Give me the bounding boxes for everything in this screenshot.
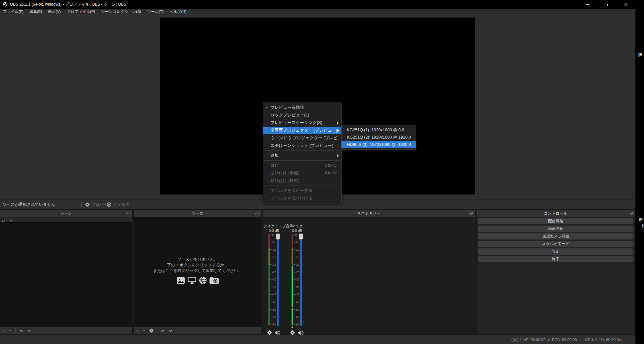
menu-item-window-projector[interactable]: ウィンドウ プロジェクター (プレビュー) bbox=[263, 134, 341, 142]
menu-tools[interactable]: ツール(T) bbox=[144, 9, 166, 14]
submenu-item-monitor-2[interactable]: KG251Q (2): 1920x1080 @ 1920,0 bbox=[342, 134, 416, 141]
source-move-up-button[interactable] bbox=[161, 329, 165, 333]
volume-meter: 0-5-10-15-20-25-30-35-40-45-50-55-60 bbox=[263, 234, 285, 330]
menu-item-screenshot[interactable]: スクリーンショット (プレビュー) bbox=[263, 142, 341, 150]
no-source-selected-text: ソースが選択されていません bbox=[3, 200, 55, 209]
submenu-item-monitor-3[interactable]: HD60 S (3): 1920x1080 @ -1920,0 bbox=[342, 141, 416, 148]
menu-edit[interactable]: 編集(E) bbox=[26, 9, 45, 14]
menubar: ファイル(F) 編集(E) 表示(V) プロファイル(P) シーンコレクション(… bbox=[0, 9, 635, 14]
scene-move-up-button[interactable] bbox=[19, 329, 23, 333]
window-title: OBS 26.1.1 (64-bit, windows) - プロファイル: O… bbox=[10, 0, 126, 9]
menu-item-fullscreen-projector[interactable]: 全画面プロジェクター (プレビュー) bbox=[263, 127, 341, 134]
menu-help[interactable]: ヘルプ(H) bbox=[166, 9, 189, 14]
volume-fader-track[interactable] bbox=[300, 234, 302, 326]
start-streaming-button[interactable]: 配信開始 bbox=[478, 218, 633, 224]
sources-panel-header[interactable]: ソース bbox=[134, 210, 261, 217]
mixer-channel-mic: マイク 0.0 dB 0-5-10-15-20-25-30-35-40-45-5… bbox=[287, 224, 308, 338]
menu-item-paste-duplicate[interactable]: 貼り付け (複製) bbox=[263, 177, 341, 185]
menu-item-lock-preview[interactable]: ロックプレビュー(L) bbox=[263, 111, 341, 119]
mixer-title: 音声ミキサー bbox=[357, 211, 381, 215]
toolbar-separator bbox=[15, 328, 16, 333]
add-scene-button[interactable]: + bbox=[3, 328, 6, 333]
menu-item-copy[interactable]: コピー Ctrl+C bbox=[263, 162, 341, 169]
empty-line-3: またはここを右クリックして追加してください。 bbox=[134, 268, 261, 274]
add-source-button[interactable]: + bbox=[136, 328, 139, 333]
remove-scene-button[interactable]: − bbox=[9, 328, 12, 333]
minimize-button[interactable] bbox=[578, 0, 597, 9]
scenes-panel-header[interactable]: シーン bbox=[0, 210, 132, 217]
menu-item-preview-scaling[interactable]: プレビュースケーリング(S) bbox=[263, 119, 341, 127]
menu-item-add[interactable]: 追加 bbox=[263, 152, 341, 159]
start-virtual-camera-button[interactable]: 仮想カメラ開始 bbox=[478, 233, 633, 239]
menu-view[interactable]: 表示(V) bbox=[45, 9, 64, 14]
gear-icon[interactable] bbox=[267, 330, 272, 335]
channel-name: マイク bbox=[287, 224, 308, 228]
volume-fader-handle[interactable] bbox=[276, 234, 280, 239]
screenshot-root: OBS 26.1.1 (64-bit, windows) - プロファイル: O… bbox=[0, 0, 644, 344]
menu-shortcut: Ctrl+C bbox=[325, 162, 341, 169]
statusbar: ((●)) LIVE: 00:00:00 ● REC: 00:00:00 CPU… bbox=[0, 335, 635, 344]
popout-icon[interactable] bbox=[126, 212, 130, 215]
edge-text-line1: 新し bbox=[639, 217, 644, 223]
globe-icon bbox=[199, 277, 207, 284]
scene-list[interactable]: シーン bbox=[0, 217, 132, 327]
toolbar-separator bbox=[128, 202, 128, 207]
titlebar: OBS 26.1.1 (64-bit, windows) - プロファイル: O… bbox=[0, 0, 635, 9]
sources-panel: ソース ソースがありません。 下の + ボタンをクリックするか、 またはここを右… bbox=[134, 210, 261, 334]
scenes-toolbar: + − bbox=[0, 327, 132, 334]
popout-icon[interactable] bbox=[629, 212, 633, 215]
studio-mode-button[interactable]: スタジオモード bbox=[478, 241, 633, 247]
remove-source-button[interactable]: − bbox=[143, 328, 146, 333]
volume-fader-handle[interactable] bbox=[299, 234, 303, 239]
exit-button[interactable]: 終了 bbox=[478, 256, 633, 262]
preview-context-menu: ✓ プレビュー有効化 ロックプレビュー(L) プレビュースケーリング(S) 全画… bbox=[263, 103, 342, 203]
menu-profile[interactable]: プロファイル(P) bbox=[64, 9, 98, 14]
source-type-icons bbox=[134, 277, 261, 284]
mixer-body: デスクトップ音声 0.0 dB 0-5-10-15-20-25-30-35-40… bbox=[263, 217, 475, 334]
menu-item-label: ロックプレビュー(L) bbox=[270, 111, 309, 119]
scene-move-down-button[interactable] bbox=[27, 329, 31, 333]
submenu-arrow-icon bbox=[337, 154, 339, 157]
menu-item-copy-filters[interactable]: フィルタをコピーする bbox=[263, 187, 341, 194]
speaker-icon[interactable] bbox=[298, 330, 304, 335]
live-time: LIVE: 00:00:00 bbox=[520, 335, 545, 344]
menu-separator bbox=[263, 186, 341, 186]
gear-icon bbox=[85, 202, 90, 207]
meter-colorbar bbox=[292, 235, 293, 325]
menu-item-label: コピー bbox=[270, 162, 283, 169]
volume-fader-track[interactable] bbox=[277, 234, 279, 326]
mixer-panel-header[interactable]: 音声ミキサー bbox=[263, 210, 475, 217]
popout-icon[interactable] bbox=[469, 212, 473, 215]
controls-panel-header[interactable]: コントロール bbox=[477, 210, 635, 217]
broadcast-icon: ((●)) bbox=[511, 335, 518, 344]
menu-item-paste-filters[interactable]: フィルタを貼り付ける bbox=[263, 194, 341, 202]
menu-item-enable-preview[interactable]: ✓ プレビュー有効化 bbox=[263, 104, 341, 111]
source-move-down-button[interactable] bbox=[168, 329, 173, 333]
channel-volume-db: 0.0 dB bbox=[263, 228, 285, 233]
live-status: ((●)) LIVE: 00:00:00 bbox=[511, 335, 545, 344]
source-list[interactable]: ソースがありません。 下の + ボタンをクリックするか、 またはここを右クリック… bbox=[134, 217, 261, 327]
close-button[interactable] bbox=[616, 0, 635, 9]
popout-icon[interactable] bbox=[255, 212, 259, 215]
filters-button[interactable]: フィルタ bbox=[107, 200, 129, 209]
menu-item-paste-reference[interactable]: 貼り付け (参照) Ctrl+V bbox=[263, 169, 341, 177]
toolbar-separator bbox=[81, 202, 82, 207]
menu-file[interactable]: ファイル(F) bbox=[0, 9, 26, 14]
scene-list-item[interactable]: シーン bbox=[0, 217, 132, 223]
start-recording-button[interactable]: 録画開始 bbox=[478, 226, 633, 232]
source-properties-gear-icon[interactable] bbox=[149, 328, 154, 333]
restore-button[interactable] bbox=[597, 0, 616, 9]
settings-button[interactable]: 設定 bbox=[478, 248, 633, 255]
menu-separator bbox=[263, 150, 341, 151]
obs-logo-icon bbox=[3, 2, 8, 7]
stats-text: CPU: 0.4%, 60.00 fps bbox=[585, 335, 622, 344]
speaker-icon[interactable] bbox=[274, 330, 281, 335]
menu-scene-collection[interactable]: シーンコレクション(S) bbox=[98, 9, 144, 14]
submenu-item-monitor-1[interactable]: KG251Q (1): 1920x1080 @ 0,0 bbox=[342, 126, 416, 134]
menu-item-label: 追加 bbox=[270, 152, 279, 159]
empty-line-2: 下の + ボタンをクリックするか、 bbox=[134, 262, 261, 268]
sources-toolbar: + − bbox=[134, 327, 261, 334]
submenu-arrow-icon bbox=[337, 129, 339, 132]
gear-icon[interactable] bbox=[290, 330, 295, 335]
camera-icon bbox=[209, 277, 219, 284]
